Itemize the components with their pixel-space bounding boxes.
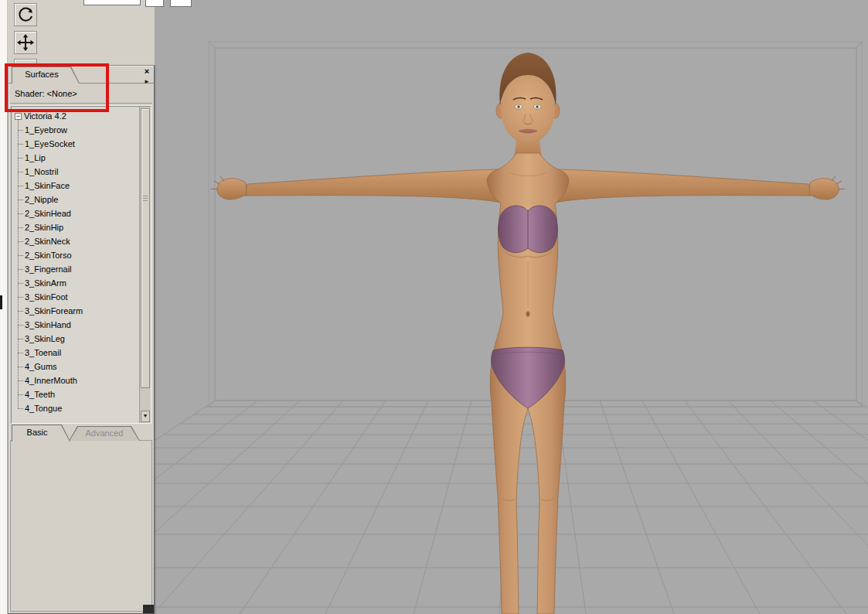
figure-model[interactable] [211,53,845,614]
surface-tree-item[interactable]: 1_Lip [13,151,138,165]
surfaces-tree: − Victoria 4.2 1_Eyebrow 1_EyeSocket 1_L… [11,106,151,424]
scrollbar-grip-icon [143,196,148,203]
tab-basic-label: Basic [12,425,63,442]
panel-tab-bar: Surfaces × ► [9,66,154,84]
tab-surfaces[interactable]: Surfaces [12,67,80,84]
surface-tree-item[interactable]: 1_SkinFace [13,179,138,193]
basic-tab-content [10,440,152,612]
surface-tree-item[interactable]: 1_Nostril [13,165,138,179]
surface-tree-item[interactable]: 3_Fingernail [13,262,138,276]
tree-content: − Victoria 4.2 1_Eyebrow 1_EyeSocket 1_L… [13,109,138,415]
tab-basic[interactable]: Basic [12,425,70,442]
cut-off-top-button[interactable] [170,0,192,7]
panel-resize-corner[interactable] [143,605,154,613]
surface-tree-item[interactable]: 2_SkinTorso [13,248,138,262]
surface-tree-item[interactable]: 4_Tongue [13,401,138,415]
surface-tree-item[interactable]: 1_EyeSocket [13,137,138,151]
surface-tree-item[interactable]: 3_SkinFoot [13,290,138,304]
tree-root-row[interactable]: − Victoria 4.2 [13,109,138,123]
scrollbar-thumb[interactable] [141,108,150,388]
surface-tree-item[interactable]: 2_SkinNeck [13,234,138,248]
tab-surfaces-label: Surfaces [12,67,72,84]
surface-tree-item[interactable]: 4_Gums [13,360,138,374]
pan-move-icon [17,34,34,51]
dock-handle[interactable] [0,295,2,309]
tree-scrollbar[interactable]: ▼ [139,107,151,423]
surface-tree-item[interactable]: 4_Teeth [13,387,138,401]
surface-tree-item[interactable]: 2_SkinHip [13,220,138,234]
surfaces-panel: Surfaces × ► Shader: <None> − Victoria 4… [8,65,155,614]
viewport-3d-scene[interactable] [155,0,868,614]
surface-tree-item[interactable]: 3_SkinArm [13,276,138,290]
surface-tree-item[interactable]: 3_SkinForearm [13,304,138,318]
surface-tree-item[interactable]: 2_SkinHead [13,206,138,220]
surface-tree-item[interactable]: 3_SkinLeg [13,332,138,346]
panel-menu-arrow-icon[interactable]: ► [142,77,151,87]
close-icon[interactable]: × [142,67,151,76]
orbit-rotate-icon [17,6,34,23]
tab-advanced-label: Advanced [69,426,140,441]
pan-move-tool-button[interactable] [14,31,37,54]
tree-children: 1_Eyebrow 1_EyeSocket 1_Lip 1_Nostril 1_… [13,123,138,415]
surface-tree-item[interactable]: 3_SkinHand [13,318,138,332]
surface-tree-item[interactable]: 2_Nipple [13,193,138,206]
basic-advanced-tabbar: Advanced Basic [9,424,154,441]
cut-off-top-button[interactable] [145,0,164,7]
tree-root-label: Victoria 4.2 [24,111,66,121]
surface-tree-item[interactable]: 1_Eyebrow [13,123,138,137]
surface-tree-item[interactable]: 4_InnerMouth [13,374,138,387]
tab-advanced[interactable]: Advanced [69,426,140,441]
viewport-3d[interactable] [155,0,868,614]
shader-label: Shader: <None> [15,87,77,100]
cut-off-top-button[interactable] [83,0,141,5]
surface-tree-item[interactable]: 3_Toenail [13,346,138,360]
scroll-down-button[interactable]: ▼ [141,411,150,422]
orbit-rotate-tool-button[interactable] [14,3,37,26]
